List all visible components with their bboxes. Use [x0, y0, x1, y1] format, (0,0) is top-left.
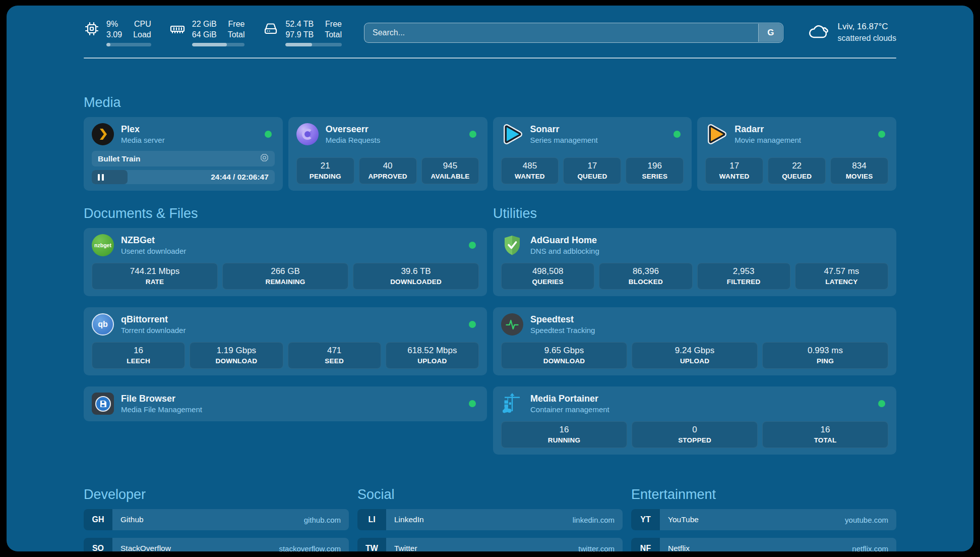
qbittorrent-card: qb qBittorrent Torrent downloader 16 LEE…: [84, 307, 487, 375]
sonarr-status-dot: [673, 131, 681, 138]
speedtest-link[interactable]: Speedtest Speedtest Tracking: [501, 313, 888, 336]
section-title-utilities: Utilities: [493, 206, 896, 221]
bookmark-name: Netflix: [668, 544, 690, 551]
sonarr-subtitle: Series management: [530, 136, 598, 145]
speedtest-subtitle: Speedtest Tracking: [530, 326, 595, 336]
topbar: 9% 3.09 CPU Load: [84, 19, 896, 46]
portainer-link[interactable]: Media Portainer Container management: [501, 393, 888, 415]
cpu-progressbar: [106, 43, 151, 46]
bookmark-domain: netflix.com: [852, 544, 888, 551]
radarr-icon: [705, 123, 727, 145]
weather-location: Lviv, 16.87°C: [837, 21, 896, 33]
plex-progress-row: 24:44 / 02:06:47: [92, 170, 275, 184]
bookmark-name: Twitter: [394, 544, 417, 551]
overseerr-subtitle: Media Requests: [326, 136, 380, 145]
speedtest-name: Speedtest: [530, 314, 595, 325]
dashboard: 9% 3.09 CPU Load: [7, 6, 973, 551]
bookmark-group-social: Social LI LinkedIn linkedin.com TW Twitt…: [357, 487, 623, 551]
stat-leech: 16 LEECH: [92, 342, 185, 369]
memory-values: 22 GiB 64 GiB: [192, 19, 217, 40]
stat-download: 9.65 Gbps DOWNLOAD: [501, 342, 627, 369]
radarr-link[interactable]: Radarr Movie management: [705, 123, 888, 145]
cpu-values: 9% 3.09: [106, 19, 122, 40]
plex-status-dot: [265, 131, 272, 138]
sonarr-icon: [501, 123, 523, 145]
search-go-button[interactable]: G: [758, 24, 782, 42]
bookmark-abbr: SO: [84, 538, 112, 551]
stat-latency: 47.57 ms LATENCY: [795, 263, 888, 290]
search-bar: G: [364, 23, 783, 43]
section-title-media: Media: [84, 95, 896, 110]
stat-queued: 22 QUEUED: [768, 157, 826, 184]
stat-approved: 40 APPROVED: [359, 157, 417, 184]
stat-download: 1.19 Gbps DOWNLOAD: [190, 342, 283, 369]
sonarr-link[interactable]: Sonarr Series management: [501, 123, 684, 145]
plex-card: Plex Media server Bullet Train: [84, 117, 283, 191]
stat-ping: 0.993 ms PING: [762, 342, 888, 369]
filebrowser-subtitle: Media File Management: [121, 405, 202, 415]
adguard-subtitle: DNS and adblocking: [530, 247, 599, 256]
bookmark-name: Github: [120, 515, 144, 524]
memory-widget: 22 GiB 64 GiB Free Total: [169, 19, 245, 46]
screen: 9% 3.09 CPU Load: [0, 0, 980, 557]
overseerr-status-dot: [469, 131, 476, 138]
memory-icon: [169, 21, 186, 37]
stat-filtered: 2,953 FILTERED: [697, 263, 790, 290]
bookmark-github[interactable]: GH Github github.com: [84, 509, 349, 530]
bookmark-twitter[interactable]: TW Twitter twitter.com: [357, 538, 623, 551]
disk-labels: Free Total: [325, 19, 342, 40]
section-title-documents: Documents & Files: [84, 206, 487, 221]
qbittorrent-icon: qb: [92, 313, 114, 336]
bookmark-linkedin[interactable]: LI LinkedIn linkedin.com: [357, 509, 623, 530]
stat-stopped: 0 STOPPED: [632, 421, 758, 448]
overseerr-link[interactable]: Overseerr Media Requests: [296, 123, 479, 145]
qbittorrent-status-dot: [469, 321, 476, 328]
adguard-link[interactable]: AdGuard Home DNS and adblocking: [501, 234, 888, 256]
nzbget-link[interactable]: nzbget NZBGet Usenet downloader: [92, 234, 479, 256]
bookmark-domain: youtube.com: [845, 516, 888, 524]
plex-link[interactable]: Plex Media server: [92, 123, 275, 145]
overseerr-name: Overseerr: [326, 124, 380, 135]
qbittorrent-link[interactable]: qb qBittorrent Torrent downloader: [92, 313, 479, 336]
filebrowser-card: File Browser Media File Management: [84, 386, 487, 421]
filebrowser-icon: [92, 393, 114, 415]
filebrowser-name: File Browser: [121, 393, 202, 405]
bookmark-youtube[interactable]: YT YouTube youtube.com: [631, 509, 896, 530]
portainer-card: Media Portainer Container management 16 …: [493, 386, 896, 455]
filebrowser-link[interactable]: File Browser Media File Management: [92, 393, 479, 415]
filebrowser-status-dot: [469, 400, 476, 407]
weather-widget: Lviv, 16.87°C scattered clouds: [808, 21, 896, 44]
stat-blocked: 86,396 BLOCKED: [599, 263, 692, 290]
stat-movies: 834 MOVIES: [830, 157, 888, 184]
bookmark-abbr: LI: [357, 509, 386, 530]
bookmark-abbr: TW: [357, 538, 386, 551]
stat-wanted: 17 WANTED: [705, 157, 763, 184]
cpu-icon: [84, 21, 100, 37]
search-input[interactable]: [364, 23, 783, 43]
nzbget-subtitle: Usenet downloader: [121, 247, 186, 256]
bookmark-netflix[interactable]: NF Netflix netflix.com: [631, 538, 896, 551]
plex-icon: [92, 123, 114, 145]
stat-pending: 21 PENDING: [296, 157, 354, 184]
bookmark-abbr: GH: [84, 509, 112, 530]
stat-available: 945 AVAILABLE: [421, 157, 479, 184]
bookmark-name: StackOverflow: [120, 544, 171, 551]
stat-series: 196 SERIES: [626, 157, 684, 184]
weather-condition: scattered clouds: [837, 33, 896, 44]
now-playing-title: Bullet Train: [98, 154, 140, 163]
nzbget-name: NZBGet: [121, 235, 186, 246]
plex-now-playing: Bullet Train: [92, 151, 275, 166]
bookmark-stackoverflow[interactable]: SO StackOverflow stackoverflow.com: [84, 538, 349, 551]
camera-icon[interactable]: [260, 153, 269, 164]
portainer-status-dot: [878, 400, 885, 407]
stat-total: 16 TOTAL: [762, 421, 888, 448]
bookmark-group-developer: Developer GH Github github.com SO StackO…: [84, 487, 349, 551]
sonarr-card: Sonarr Series management 485 WANTED 17 Q…: [493, 117, 692, 191]
cpu-widget: 9% 3.09 CPU Load: [84, 19, 151, 46]
bookmark-abbr: YT: [631, 509, 660, 530]
pause-button[interactable]: [98, 174, 104, 181]
bookmark-group-entertainment: Entertainment YT YouTube youtube.com NF …: [631, 487, 896, 551]
plex-time: 24:44 / 02:06:47: [211, 173, 269, 182]
section-title-entertainment: Entertainment: [631, 487, 896, 503]
overseerr-card: Overseerr Media Requests 21 PENDING 40 A…: [288, 117, 487, 191]
